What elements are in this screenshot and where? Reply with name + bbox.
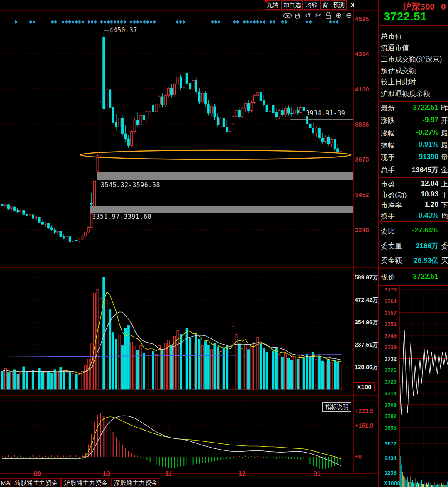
toolbar-button-3[interactable]: 均线 — [304, 0, 319, 10]
indicator-help-button[interactable]: 指标说明 — [322, 402, 351, 412]
toolbar-button-2[interactable]: 加自选 — [281, 0, 303, 10]
charts-canvas — [0, 0, 448, 487]
signal-diamonds — [14, 20, 339, 24]
collapse-arrow-icon[interactable] — [348, 0, 356, 10]
lock-icon[interactable] — [324, 11, 333, 20]
volume-bars — [1, 277, 342, 389]
toolbar-button-1[interactable]: 九转 — [265, 0, 280, 10]
eye-icon[interactable] — [283, 11, 292, 20]
zoom-in-icon[interactable]: ⊕ — [334, 11, 343, 20]
fund-flow-bars — [2, 413, 341, 469]
tab-1[interactable]: MA — [0, 478, 11, 487]
hand-icon[interactable] — [293, 11, 302, 20]
tab-4[interactable]: 深股通主力资金 — [111, 478, 160, 487]
toolbar-button-5[interactable]: 预测 — [331, 0, 347, 10]
tab-3[interactable]: 沪股通主力资金 — [61, 478, 110, 487]
chart-tool-icons: ↺ ✂ ⊕ ⊖ — [283, 11, 353, 20]
undo-icon[interactable]: ↺ — [303, 11, 312, 20]
zoom-out-icon[interactable]: ⊖ — [344, 11, 353, 20]
scissors-icon[interactable]: ✂ — [314, 11, 323, 20]
toolbar-button-4[interactable]: 窗 — [320, 0, 330, 10]
tab-2[interactable]: 陆股通主力资金 — [12, 478, 61, 487]
toolbar-buttons: 九转加自选均线窗预测 — [265, 0, 356, 10]
stock-trading-app: { "toolbar": { "buttons": ["九转", "加自选", … — [0, 0, 448, 487]
